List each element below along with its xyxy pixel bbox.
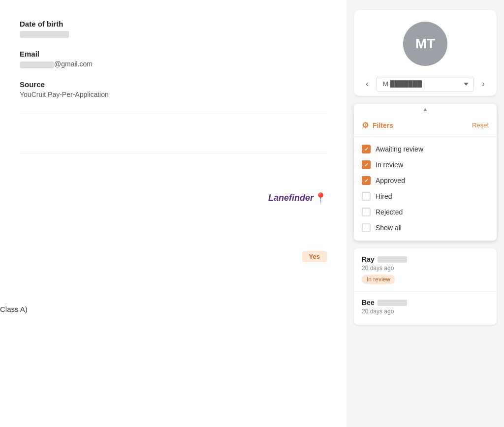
filter-approved-label: Approved bbox=[376, 177, 405, 184]
left-panel: Date of birth Email @gmail.com Source Yo… bbox=[0, 0, 346, 427]
dob-value bbox=[20, 30, 327, 38]
filter-options-list: Awaiting review In review Approved Hired… bbox=[354, 136, 497, 241]
next-candidate-button[interactable]: › bbox=[478, 77, 489, 91]
email-suffix: @gmail.com bbox=[54, 60, 93, 68]
filters-icon: ⚙ bbox=[362, 121, 369, 130]
candidate-item-bee[interactable]: Bee 20 days ago bbox=[354, 292, 497, 325]
dropdown-arrow: ▲ bbox=[354, 104, 497, 115]
divider-2 bbox=[20, 153, 327, 153]
avatar-initials: MT bbox=[415, 36, 435, 52]
filters-title: ⚙ Filters bbox=[362, 121, 393, 130]
candidate-ray-status: In review bbox=[362, 274, 395, 284]
filters-header: ⚙ Filters Reset bbox=[354, 115, 497, 136]
candidate-nav: ‹ M ███████ › bbox=[362, 76, 489, 92]
filters-dropdown: ▲ ⚙ Filters Reset Awaiting review In rev… bbox=[354, 104, 497, 241]
filters-label: Filters bbox=[373, 122, 393, 129]
filter-hired[interactable]: Hired bbox=[362, 188, 489, 204]
checkbox-hired[interactable] bbox=[362, 192, 371, 201]
candidate-bee-name: Bee bbox=[362, 299, 489, 306]
checkbox-rejected[interactable] bbox=[362, 208, 371, 216]
filter-rejected[interactable]: Rejected bbox=[362, 204, 489, 220]
source-label: Source bbox=[20, 80, 327, 89]
checkbox-approved[interactable] bbox=[362, 176, 371, 185]
candidate-ray-name: Ray bbox=[362, 255, 489, 263]
email-label: Email bbox=[20, 50, 327, 58]
candidate-list: Ray 20 days ago In review Bee 20 days ag… bbox=[354, 248, 497, 325]
lanefinder-logo: Lanefinder 📍 bbox=[268, 192, 327, 204]
filter-approved[interactable]: Approved bbox=[362, 173, 489, 188]
dob-field-group: Date of birth bbox=[20, 20, 327, 38]
checkbox-awaiting-review[interactable] bbox=[362, 145, 371, 153]
email-value: @gmail.com bbox=[20, 60, 327, 68]
checkbox-in-review[interactable] bbox=[362, 160, 371, 169]
lanefinder-text: Lanefinder bbox=[268, 193, 314, 203]
prev-candidate-button[interactable]: ‹ bbox=[362, 77, 373, 91]
filter-hired-label: Hired bbox=[376, 192, 392, 200]
candidate-item-ray[interactable]: Ray 20 days ago In review bbox=[354, 248, 497, 292]
checkbox-show-all[interactable] bbox=[362, 223, 371, 232]
divider-1 bbox=[20, 113, 327, 114]
candidate-ray-firstname: Ray bbox=[362, 255, 375, 263]
filter-in-review[interactable]: In review bbox=[362, 157, 489, 173]
filter-show-all-label: Show all bbox=[376, 224, 402, 232]
source-field-group: Source YouCruit Pay-Per-Application bbox=[20, 80, 327, 98]
email-redacted bbox=[20, 61, 54, 68]
lanefinder-pin-icon: 📍 bbox=[315, 192, 327, 204]
filter-awaiting-review-label: Awaiting review bbox=[376, 145, 423, 153]
candidate-ray-time: 20 days ago bbox=[362, 265, 489, 272]
candidate-bee-time: 20 days ago bbox=[362, 308, 489, 315]
dob-redacted bbox=[20, 31, 69, 38]
filter-awaiting-review[interactable]: Awaiting review bbox=[362, 141, 489, 157]
source-value: YouCruit Pay-Per-Application bbox=[20, 91, 327, 98]
filter-rejected-label: Rejected bbox=[376, 208, 403, 216]
filter-show-all[interactable]: Show all bbox=[362, 220, 489, 236]
yes-badge: Yes bbox=[302, 251, 327, 262]
candidate-select[interactable]: M ███████ bbox=[377, 76, 474, 92]
filter-in-review-label: In review bbox=[376, 161, 403, 169]
candidate-ray-lastname-redacted bbox=[378, 256, 407, 263]
reset-button[interactable]: Reset bbox=[472, 122, 489, 129]
candidate-bee-firstname: Bee bbox=[362, 299, 375, 306]
avatar: MT bbox=[403, 22, 447, 66]
email-field-group: Email @gmail.com bbox=[20, 50, 327, 68]
dob-label: Date of birth bbox=[20, 20, 327, 28]
profile-card: MT ‹ M ███████ › bbox=[354, 10, 497, 96]
candidate-bee-lastname-redacted bbox=[378, 300, 407, 306]
right-panel: MT ‹ M ███████ › ▲ ⚙ Filters Reset Await… bbox=[346, 0, 504, 427]
class-text: Class A) bbox=[0, 305, 28, 313]
